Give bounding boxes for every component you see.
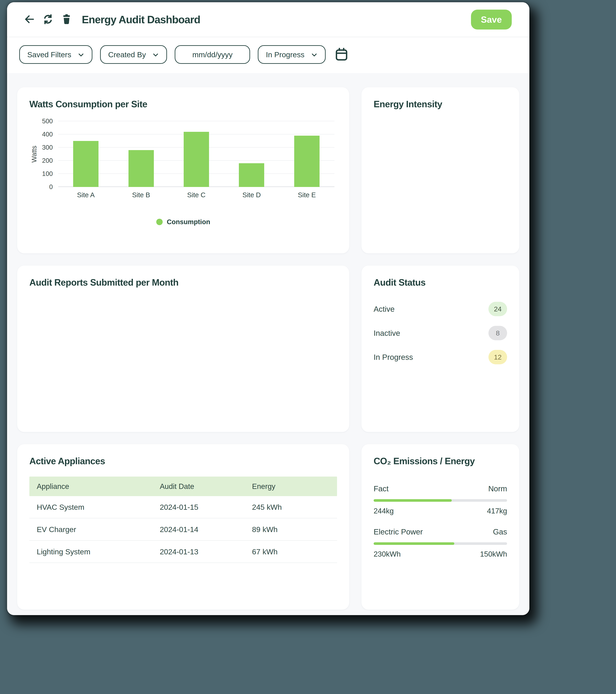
y-tick-label: 0 bbox=[49, 183, 53, 190]
audit-reports-title: Audit Reports Submitted per Month bbox=[29, 277, 337, 288]
co2-emissions-title: CO₂ Emissions / Energy bbox=[374, 456, 507, 466]
date-input[interactable] bbox=[175, 45, 250, 64]
bar-slot bbox=[113, 121, 168, 187]
calendar-button[interactable] bbox=[334, 47, 349, 62]
chart-x-labels: Site ASite BSite CSite DSite E bbox=[58, 191, 334, 199]
table-cell: 67 kWh bbox=[252, 547, 330, 556]
appliances-table-body: HVAC System2024-01-15245 kWhEV Charger20… bbox=[29, 496, 337, 563]
audit-status-card: Audit Status Active24Inactive8In Progres… bbox=[361, 266, 519, 432]
table-cell: Lighting System bbox=[37, 547, 160, 556]
co2-meters: FactNorm244kg417kgElectric PowerGas230kW… bbox=[374, 484, 507, 558]
status-list: Active24Inactive8In Progress12 bbox=[374, 297, 507, 369]
bar-slot bbox=[58, 121, 113, 187]
delete-button[interactable] bbox=[60, 13, 73, 26]
meter-track bbox=[374, 542, 507, 545]
bar-site-b bbox=[128, 150, 154, 187]
y-tick-label: 100 bbox=[42, 170, 53, 177]
status-badge: 8 bbox=[488, 326, 507, 340]
chart-plot-area: 0100200300400500 bbox=[58, 121, 334, 187]
column-header: Energy bbox=[252, 482, 330, 491]
status-row-in-progress: In Progress12 bbox=[374, 345, 507, 369]
table-cell: 89 kWh bbox=[252, 525, 330, 534]
saved-filters-label: Saved Filters bbox=[27, 50, 71, 59]
status-row-active: Active24 bbox=[374, 297, 507, 321]
x-tick-label: Site A bbox=[58, 191, 113, 199]
save-button[interactable]: Save bbox=[471, 10, 512, 30]
status-label: In Progress bbox=[374, 353, 413, 362]
appliances-table-header: ApplianceAudit DateEnergy bbox=[29, 477, 337, 496]
table-cell: 2024-01-14 bbox=[160, 525, 252, 534]
status-row-inactive: Inactive8 bbox=[374, 321, 507, 345]
meter-left-value: 244kg bbox=[374, 507, 394, 515]
active-appliances-title: Active Appliances bbox=[29, 456, 337, 466]
status-label: Active bbox=[374, 305, 395, 313]
watts-card-title: Watts Consumption per Site bbox=[29, 99, 337, 109]
meter: Electric PowerGas230kWh150kWh bbox=[374, 527, 507, 558]
saved-filters-select[interactable]: Saved Filters bbox=[19, 45, 92, 64]
table-cell: HVAC System bbox=[37, 503, 160, 512]
meter-left-label: Electric Power bbox=[374, 527, 423, 536]
audit-reports-card: Audit Reports Submitted per Month bbox=[17, 266, 349, 432]
x-tick-label: Site C bbox=[169, 191, 224, 199]
top-bar: Energy Audit Dashboard Save bbox=[7, 2, 529, 37]
trash-icon bbox=[61, 14, 72, 25]
back-arrow-icon bbox=[24, 14, 35, 25]
meter-fill bbox=[374, 499, 452, 502]
status-label: Inactive bbox=[374, 329, 400, 337]
table-cell: 2024-01-13 bbox=[160, 547, 252, 556]
chart-legend: Consumption bbox=[29, 218, 337, 226]
status-badge: 24 bbox=[488, 302, 507, 316]
bar-site-c bbox=[184, 132, 209, 187]
y-tick-label: 500 bbox=[42, 117, 53, 125]
y-axis-label: Watts bbox=[29, 121, 39, 187]
x-tick-label: Site D bbox=[224, 191, 279, 199]
meter-right-value: 417kg bbox=[487, 507, 507, 515]
refresh-icon bbox=[43, 14, 53, 25]
status-filter-select[interactable]: In Progress bbox=[258, 45, 325, 64]
created-by-select[interactable]: Created By bbox=[100, 45, 167, 64]
bar-slot bbox=[169, 121, 224, 187]
column-header: Audit Date bbox=[160, 482, 252, 491]
meter-left-label: Fact bbox=[374, 484, 388, 493]
y-tick-label: 300 bbox=[42, 144, 53, 151]
appliances-table: ApplianceAudit DateEnergy HVAC System202… bbox=[29, 477, 337, 563]
bar-slot bbox=[279, 121, 334, 187]
bar-site-e bbox=[294, 136, 320, 187]
bar-site-d bbox=[239, 163, 264, 187]
table-cell: 245 kWh bbox=[252, 503, 330, 512]
filter-bar: Saved Filters Created By In Progress bbox=[7, 37, 529, 73]
status-badge: 12 bbox=[488, 350, 507, 364]
y-tick-label: 400 bbox=[42, 131, 53, 138]
legend-label: Consumption bbox=[167, 218, 210, 226]
chevron-down-icon bbox=[311, 51, 318, 58]
audit-status-title: Audit Status bbox=[374, 277, 507, 288]
app-window: Energy Audit Dashboard Save Saved Filter… bbox=[7, 2, 529, 615]
table-cell: 2024-01-15 bbox=[160, 503, 252, 512]
watts-consumption-card: Watts Consumption per Site Watts 0100200… bbox=[17, 87, 349, 253]
table-cell: EV Charger bbox=[37, 525, 160, 534]
x-tick-label: Site E bbox=[279, 191, 334, 199]
bar-slot bbox=[224, 121, 279, 187]
chevron-down-icon bbox=[152, 51, 159, 58]
refresh-button[interactable] bbox=[41, 13, 55, 26]
co2-emissions-card: CO₂ Emissions / Energy FactNorm244kg417k… bbox=[361, 444, 519, 610]
bar-chart: Watts 0100200300400500 bbox=[29, 121, 337, 187]
energy-intensity-card: Energy Intensity bbox=[361, 87, 519, 253]
dashboard-content: Watts Consumption per Site Watts 0100200… bbox=[7, 73, 529, 615]
status-filter-value: In Progress bbox=[266, 50, 304, 59]
chevron-down-icon bbox=[78, 51, 84, 58]
y-tick-label: 200 bbox=[42, 157, 53, 164]
table-row: HVAC System2024-01-15245 kWh bbox=[29, 496, 337, 518]
meter-right-label: Gas bbox=[493, 527, 507, 536]
energy-intensity-title: Energy Intensity bbox=[374, 99, 507, 109]
meter-fill bbox=[374, 542, 454, 545]
table-row: EV Charger2024-01-1489 kWh bbox=[29, 518, 337, 541]
back-button[interactable] bbox=[22, 13, 36, 26]
meter-right-value: 150kWh bbox=[480, 550, 507, 558]
meter: FactNorm244kg417kg bbox=[374, 484, 507, 515]
created-by-label: Created By bbox=[108, 50, 146, 59]
chart-bars bbox=[58, 121, 334, 187]
legend-dot bbox=[156, 219, 163, 225]
page-title: Energy Audit Dashboard bbox=[82, 14, 200, 26]
calendar-icon bbox=[335, 48, 348, 61]
